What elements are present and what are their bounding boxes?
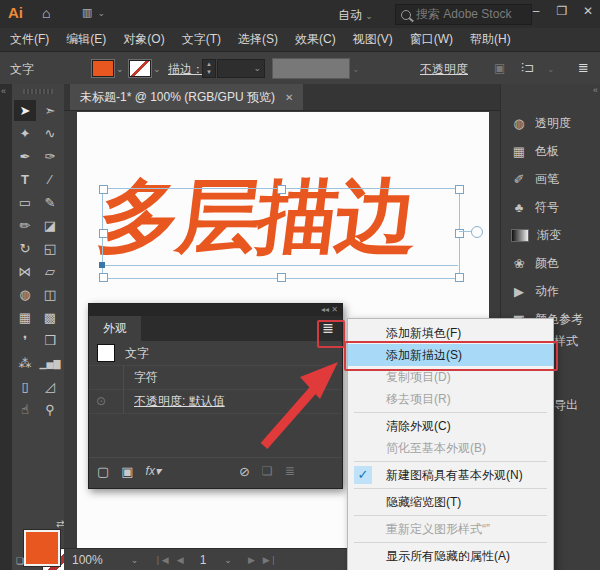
- pencil-tool[interactable]: ✏: [14, 215, 36, 236]
- dock-item-color[interactable]: ❀颜色: [501, 250, 600, 276]
- add-new-fill-icon[interactable]: ▣: [121, 464, 133, 479]
- line-segment-tool[interactable]: ∕: [39, 169, 61, 190]
- stroke-weight-stepper[interactable]: ▲▼: [202, 59, 216, 78]
- appearance-row-type[interactable]: 文字: [89, 341, 342, 366]
- dock-item-asset-export[interactable]: 导出: [554, 392, 600, 418]
- dock-item-graphic-styles[interactable]: 样式: [554, 328, 600, 354]
- blend-tool[interactable]: ❒: [39, 330, 61, 351]
- chevron-down-icon[interactable]: ⌄: [116, 64, 124, 74]
- restore-button[interactable]: ❐: [550, 4, 574, 18]
- close-button[interactable]: ✕: [576, 4, 600, 18]
- menu-item-new-art-basic-appearance[interactable]: ✓ 新建图稿具有基本外观(N): [348, 464, 553, 486]
- handle-bottom-right[interactable]: [455, 273, 464, 282]
- chevron-down-icon[interactable]: ⌄: [131, 555, 139, 565]
- handle-middle-left[interactable]: [99, 229, 108, 238]
- pen-tool[interactable]: ✒: [14, 146, 36, 167]
- free-transform-tool[interactable]: ▱: [39, 261, 61, 282]
- gradient-tool[interactable]: ▩: [39, 307, 61, 328]
- workspace-switcher-icon[interactable]: ▥ ⌄: [82, 6, 106, 19]
- chevron-down-icon[interactable]: ⌄: [224, 555, 232, 565]
- zoom-tool[interactable]: ⚲: [39, 399, 61, 420]
- dock-item-brushes[interactable]: ✐画笔: [501, 166, 600, 192]
- handle-top-left[interactable]: [99, 185, 108, 194]
- search-input[interactable]: 搜索 Adobe Stock: [395, 4, 532, 25]
- menu-type[interactable]: 文字(T): [182, 31, 221, 48]
- eraser-tool[interactable]: ◪: [39, 215, 61, 236]
- handle-bottom-center[interactable]: [277, 273, 286, 282]
- eyedropper-tool[interactable]: ❜: [14, 330, 36, 351]
- panel-collapse-bar[interactable]: ◂◂ ✕: [89, 304, 342, 316]
- menu-help[interactable]: 帮助(H): [470, 31, 511, 48]
- control-panel-menu-icon[interactable]: ≣: [578, 60, 589, 75]
- home-icon[interactable]: ⌂: [42, 5, 50, 21]
- menu-edit[interactable]: 编辑(E): [66, 31, 106, 48]
- first-page-icon[interactable]: ❘◀: [154, 555, 168, 565]
- eye-icon[interactable]: ⊙: [89, 394, 113, 408]
- menu-view[interactable]: 视图(V): [353, 31, 393, 48]
- menu-window[interactable]: 窗口(W): [410, 31, 453, 48]
- align-icon[interactable]: ⫶⊐: [521, 61, 534, 75]
- add-new-stroke-icon[interactable]: ▢: [97, 464, 109, 479]
- symbol-sprayer-tool[interactable]: ⁂: [14, 353, 36, 374]
- curvature-tool[interactable]: ✑: [39, 146, 61, 167]
- fill-proxy-swatch[interactable]: [24, 530, 60, 566]
- next-page-icon[interactable]: ▶: [248, 555, 255, 565]
- paintbrush-tool[interactable]: ✎: [39, 192, 61, 213]
- fill-color-swatch[interactable]: [92, 60, 114, 77]
- menu-effect[interactable]: 效果(C): [295, 31, 336, 48]
- column-graph-tool[interactable]: ▁▅▇: [39, 353, 61, 374]
- magic-wand-tool[interactable]: ✦: [14, 123, 36, 144]
- dock-item-symbols[interactable]: ♣符号: [501, 194, 600, 220]
- document-tab[interactable]: 未标题-1* @ 100% (RGB/GPU 预览) ✕: [70, 84, 303, 110]
- menu-object[interactable]: 对象(O): [123, 31, 164, 48]
- dock-item-actions[interactable]: ▶动作: [501, 278, 600, 304]
- zoom-level[interactable]: 100%: [72, 553, 103, 567]
- dock-item-swatches[interactable]: ▦色板: [501, 138, 600, 164]
- opacity-link[interactable]: 不透明度: [420, 61, 468, 78]
- stroke-link[interactable]: 描边：: [168, 61, 204, 78]
- dock-item-gradient[interactable]: 渐变: [501, 222, 600, 248]
- hand-tool[interactable]: ☝: [14, 399, 36, 420]
- handle-top-right[interactable]: [455, 185, 464, 194]
- scale-tool[interactable]: ◱: [39, 238, 61, 259]
- perspective-grid-tool[interactable]: ◫: [39, 284, 61, 305]
- collapse-panel-icon[interactable]: «: [1, 86, 6, 96]
- default-fill-stroke-icon[interactable]: ❏: [16, 556, 24, 566]
- menu-item-hide-thumbnail[interactable]: 隐藏缩览图(T): [348, 491, 553, 513]
- menu-item-show-hidden-attributes[interactable]: 显示所有隐藏的属性(A): [348, 545, 553, 567]
- add-effect-icon[interactable]: fx▾: [146, 464, 161, 478]
- clear-appearance-icon[interactable]: ⊘: [239, 464, 250, 479]
- dock-item-transparency[interactable]: ◍透明度: [501, 110, 600, 136]
- selection-tool[interactable]: ➤: [14, 100, 36, 121]
- expand-panels-icon[interactable]: «: [593, 85, 598, 95]
- stroke-color-swatch[interactable]: [129, 60, 151, 77]
- artboard-tool[interactable]: ▯: [14, 376, 36, 397]
- tab-close-icon[interactable]: ✕: [285, 92, 293, 103]
- shape-builder-tool[interactable]: ◍: [14, 284, 36, 305]
- mesh-tool[interactable]: ▦: [14, 307, 36, 328]
- rotate-handle[interactable]: [471, 226, 483, 238]
- last-page-icon[interactable]: ▶❘: [263, 555, 277, 565]
- baseline-anchor-point[interactable]: [99, 262, 105, 268]
- type-tool[interactable]: T: [14, 169, 36, 190]
- menu-item-clear-appearance[interactable]: 清除外观(C): [348, 415, 553, 437]
- menu-file[interactable]: 文件(F): [10, 31, 49, 48]
- handle-top-center[interactable]: [277, 185, 286, 194]
- collapse-close-icons[interactable]: ◂◂ ✕: [321, 305, 338, 314]
- toolbar-grip[interactable]: [23, 89, 53, 94]
- appearance-tab[interactable]: 外观: [89, 316, 141, 341]
- rectangle-tool[interactable]: ▭: [14, 192, 36, 213]
- lasso-tool[interactable]: ∿: [39, 123, 61, 144]
- auto-dropdown[interactable]: 自动 ⌄: [338, 7, 373, 24]
- chevron-down-icon[interactable]: ⌄: [153, 64, 161, 74]
- stroke-weight-dropdown[interactable]: ⌄: [217, 59, 265, 78]
- minimize-button[interactable]: –: [524, 4, 548, 18]
- handle-bottom-left[interactable]: [99, 273, 108, 282]
- artboard-number[interactable]: 1: [200, 553, 207, 567]
- appearance-row-label[interactable]: 不透明度: 默认值: [134, 393, 225, 410]
- appearance-row-opacity[interactable]: ⊙ 不透明度: 默认值: [89, 389, 342, 414]
- rotate-tool[interactable]: ↻: [14, 238, 36, 259]
- appearance-row-characters[interactable]: 字符: [89, 365, 342, 390]
- direct-selection-tool[interactable]: ➣: [39, 100, 61, 121]
- prev-page-icon[interactable]: ◀: [177, 555, 184, 565]
